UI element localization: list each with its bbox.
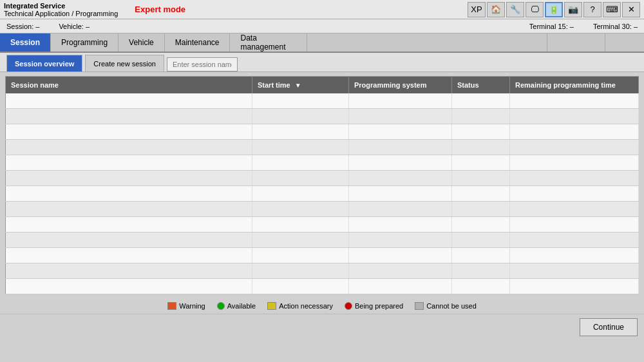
xp-button[interactable]: XP xyxy=(468,2,486,17)
legend-cannot: Cannot be used xyxy=(415,302,477,310)
table-row xyxy=(6,171,639,186)
table-row xyxy=(6,248,639,263)
action-label: Action necessary xyxy=(279,302,333,310)
tab-empty2 xyxy=(489,33,547,52)
close-button[interactable]: ✕ xyxy=(622,2,640,17)
action-icon xyxy=(267,302,276,310)
available-icon xyxy=(217,302,225,310)
table-row xyxy=(6,233,639,248)
sort-icon: ▼ xyxy=(295,82,301,89)
home-button[interactable]: 🏠 xyxy=(487,2,505,17)
table-row xyxy=(6,140,639,155)
legend-warning: Warning xyxy=(167,302,205,310)
warning-icon xyxy=(167,302,176,310)
app-title-line1: Integrated Service xyxy=(4,2,118,10)
tools-button[interactable]: 🔧 xyxy=(506,2,524,17)
available-label: Available xyxy=(227,302,256,310)
main-content: Session name Start time ▼ Programming sy… xyxy=(0,72,644,298)
legend-prepared: Being prepared xyxy=(345,302,403,310)
table-row xyxy=(6,202,639,217)
col-start-time[interactable]: Start time ▼ xyxy=(252,77,349,93)
top-bar: Integrated Service Technical Application… xyxy=(0,0,644,19)
subtab-create-new-session[interactable]: Create new session xyxy=(85,55,164,71)
sub-tabs: Session overview Create new session xyxy=(0,53,644,72)
terminal15-info: Terminal 15: – xyxy=(529,23,574,30)
subtab-session-overview[interactable]: Session overview xyxy=(6,55,82,71)
app-title-line2: Technical Application / Programming xyxy=(4,10,118,17)
col-programming-system: Programming system xyxy=(349,77,452,93)
table-row xyxy=(6,124,639,140)
table-row xyxy=(6,155,639,171)
session-name-input[interactable] xyxy=(167,57,238,71)
col-status: Status xyxy=(452,77,510,93)
tab-programming[interactable]: Programming xyxy=(51,33,118,52)
col-remaining-time: Remaining programming time xyxy=(510,77,639,93)
tab-empty3 xyxy=(547,33,605,52)
toolbar-icons: XP 🏠 🔧 🖵 🔋 📷 ? ⌨ ✕ xyxy=(468,2,640,17)
battery-button[interactable]: 🔋 xyxy=(545,2,563,17)
app-title: Integrated Service Technical Application… xyxy=(4,2,118,17)
tab-empty1 xyxy=(307,33,489,52)
vehicle-info: Vehicle: – xyxy=(59,23,90,30)
legend-action: Action necessary xyxy=(267,302,333,310)
table-row xyxy=(6,279,639,294)
table-row xyxy=(6,263,639,279)
session-table: Session name Start time ▼ Programming sy… xyxy=(5,76,639,294)
warning-label: Warning xyxy=(179,302,205,310)
nav-tabs: Session Programming Vehicle Maintenance … xyxy=(0,33,644,53)
tab-vehicle[interactable]: Vehicle xyxy=(118,33,165,52)
session-info: Session: – xyxy=(6,23,39,30)
table-row xyxy=(6,93,639,109)
tab-empty4 xyxy=(605,33,644,52)
tab-session[interactable]: Session xyxy=(0,33,51,52)
prepared-label: Being prepared xyxy=(355,302,403,310)
cannot-icon xyxy=(415,302,424,310)
terminal30-info: Terminal 30: – xyxy=(593,23,638,30)
prepared-icon xyxy=(345,302,352,310)
table-row xyxy=(6,186,639,202)
tab-data-management[interactable]: Data management xyxy=(230,33,307,52)
cannot-label: Cannot be used xyxy=(426,302,477,310)
expert-mode-label: Expert mode xyxy=(135,5,185,14)
table-row xyxy=(6,217,639,233)
bottom-bar: Continue xyxy=(0,314,644,340)
camera-button[interactable]: 📷 xyxy=(564,2,582,17)
info-bar: Session: – Vehicle: – Terminal 15: – Ter… xyxy=(0,19,644,33)
tab-maintenance[interactable]: Maintenance xyxy=(165,33,231,52)
continue-button[interactable]: Continue xyxy=(580,318,638,336)
help-button[interactable]: ? xyxy=(583,2,601,17)
keyboard-button[interactable]: ⌨ xyxy=(603,2,621,17)
table-row xyxy=(6,109,639,124)
legend-available: Available xyxy=(217,302,256,310)
display-button[interactable]: 🖵 xyxy=(526,2,544,17)
legend: Warning Available Action necessary Being… xyxy=(0,298,644,314)
col-session-name: Session name xyxy=(6,77,252,93)
